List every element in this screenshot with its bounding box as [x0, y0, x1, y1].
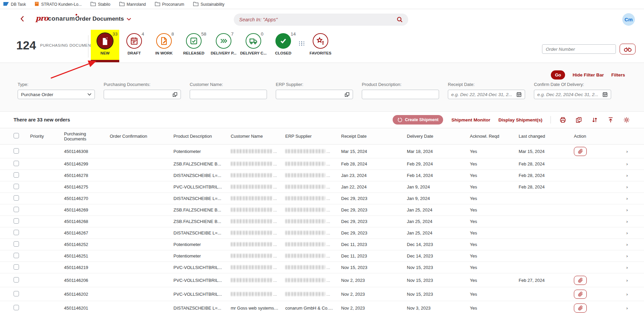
row-chevron-right-icon[interactable]: › [610, 287, 644, 301]
column-header-erp-supplier[interactable]: ERP Supplier [284, 128, 340, 144]
column-header-delivery-date[interactable]: Delivery Date [406, 128, 469, 144]
column-header-action[interactable]: Action [573, 128, 610, 144]
row-checkbox[interactable] [14, 161, 19, 166]
sort-icon[interactable] [591, 116, 599, 124]
filter-input-receipt-date[interactable]: e.g. Dec 22, 2024-Dec 31, 2... [448, 90, 525, 99]
table-row[interactable]: 4501146251Potentiometer ... ...Dec 11, 2… [0, 250, 644, 262]
bookmark-item[interactable]: Sustainability [193, 2, 225, 7]
display-shipments-link[interactable]: Display Shipment(s) [498, 117, 542, 122]
table-row[interactable]: 4501146252Potentiometer ... ...Dec 11, 2… [0, 239, 644, 250]
tab-drag-handle-icon[interactable] [298, 41, 306, 46]
scroll-to-top-icon[interactable] [607, 116, 615, 124]
select-chevron-icon[interactable] [87, 93, 91, 96]
value-help-icon[interactable] [345, 92, 350, 97]
row-checkbox[interactable] [14, 305, 19, 310]
row-chevron-right-icon[interactable]: › [610, 250, 644, 262]
row-checkbox[interactable] [14, 241, 19, 247]
status-tab-released[interactable]: 58RELEASED [179, 30, 209, 62]
row-checkbox[interactable] [14, 277, 19, 283]
calendar-icon[interactable] [602, 92, 608, 97]
row-chevron-right-icon[interactable]: › [610, 144, 644, 158]
column-header-last-changed[interactable]: Last changed [517, 128, 573, 144]
advanced-search-button[interactable] [620, 44, 636, 54]
shipment-monitor-link[interactable]: Shipment Monitor [451, 117, 490, 122]
table-row[interactable]: 4501146299ZSB.FALZSCHIENE B... ... ...Fe… [0, 158, 644, 170]
status-tab-in-work[interactable]: 8IN WORK [149, 30, 179, 62]
status-tab-draft[interactable]: 4DRAFT [119, 30, 149, 62]
settings-icon[interactable] [623, 116, 630, 124]
proconarum-logo[interactable]: proconarum [36, 14, 79, 22]
column-header-receipt-date[interactable]: Receipt Date [340, 128, 406, 144]
user-avatar[interactable]: Cm [622, 13, 635, 26]
row-checkbox[interactable] [14, 172, 19, 178]
status-tab-favorites[interactable]: FAVORITES [306, 30, 335, 62]
row-chevron-right-icon[interactable]: › [610, 301, 644, 314]
back-button[interactable] [20, 16, 24, 23]
select-all-checkbox[interactable] [14, 133, 19, 138]
bookmark-item[interactable]: Manroland [119, 2, 146, 7]
column-header-priority[interactable]: Priority [29, 128, 63, 144]
table-row[interactable]: 4501146270DISTANZSCHEIBE L=... ... ...De… [0, 193, 644, 204]
hide-filter-bar-link[interactable]: Hide Filter Bar [573, 72, 604, 77]
column-header-acknowl-reqd[interactable]: Acknowl. Reqd [469, 128, 517, 144]
row-chevron-right-icon[interactable]: › [610, 181, 644, 193]
status-tab-delivery-c[interactable]: 0DELIVERY C... [238, 30, 268, 62]
global-search-input[interactable] [239, 17, 397, 22]
print-icon[interactable] [559, 116, 567, 124]
table-row[interactable]: 4501146308Potentiometer ... ...Mar 15, 2… [0, 144, 644, 158]
column-header-order-confirmation[interactable]: Order Confirmation [108, 128, 172, 144]
row-chevron-right-icon[interactable]: › [610, 216, 644, 227]
calendar-icon[interactable] [516, 92, 522, 97]
row-chevron-right-icon[interactable]: › [610, 262, 644, 273]
status-tab-closed[interactable]: 14CLOSED [268, 30, 298, 62]
attachment-paperclip-icon[interactable] [574, 276, 587, 285]
global-search[interactable] [234, 14, 408, 26]
table-row[interactable]: 4501146267DISTANZSCHEIBE L=... ... ...De… [0, 227, 644, 239]
row-checkbox[interactable] [14, 148, 19, 154]
table-row[interactable]: 4501146269ZSB.FALZSCHIENE B... ... ...De… [0, 204, 644, 216]
attachment-paperclip-icon[interactable] [574, 290, 587, 299]
row-checkbox[interactable] [14, 264, 19, 270]
value-help-icon[interactable] [172, 92, 178, 97]
filter-input-type[interactable]: Purchase Order [18, 90, 95, 99]
table-row[interactable]: 4501146201DISTANZSCHEIBE L=...mr Goss we… [0, 301, 644, 314]
order-number-input[interactable] [542, 44, 616, 54]
status-tab-new[interactable]: 33NEW [91, 30, 119, 62]
filters-link[interactable]: Filters [611, 72, 625, 77]
row-chevron-right-icon[interactable]: › [610, 273, 644, 287]
table-row[interactable]: 4501146219PVC-VOLLSICHTBRIL... ... ...No… [0, 262, 644, 273]
filter-input-customer-name[interactable] [190, 90, 267, 99]
row-chevron-right-icon[interactable]: › [610, 193, 644, 204]
filter-input-confirm-date-of-delivery[interactable]: e.g. Dec 22, 2024-Dec 31, 2... [534, 90, 611, 99]
table-row[interactable]: 4501146268ZSB.FALZSCHIENE B... ... ...De… [0, 216, 644, 227]
table-row[interactable]: 4501146275PVC-VOLLSICHTBRIL... ... ...Ja… [0, 181, 644, 193]
row-chevron-right-icon[interactable]: › [610, 158, 644, 170]
table-row[interactable]: 4501146202PVC-VOLLSICHTBRIL... ... ...No… [0, 287, 644, 301]
filter-input-product-description[interactable] [362, 90, 439, 99]
column-header-purchasing-documents[interactable]: Purchasing Documents [63, 128, 108, 144]
search-icon[interactable] [397, 17, 403, 23]
row-checkbox[interactable] [14, 218, 19, 224]
bookmark-item[interactable]: DB Task [3, 2, 26, 7]
bookmark-item[interactable]: Proconarum [155, 2, 184, 7]
attachment-paperclip-icon[interactable] [574, 147, 587, 156]
row-checkbox[interactable] [14, 207, 19, 212]
filter-input-erp-supplier[interactable] [276, 90, 353, 99]
attachment-paperclip-icon[interactable] [574, 304, 587, 313]
row-checkbox[interactable] [14, 253, 19, 258]
filter-input-purchasing-documents[interactable] [104, 90, 181, 99]
go-button[interactable]: Go [551, 70, 565, 80]
table-row[interactable]: 4501146278DISTANZSCHEIBE L=... ... ...Ja… [0, 170, 644, 181]
create-shipment-button[interactable]: Create Shipment [393, 115, 443, 125]
page-title[interactable]: Order Documents [75, 16, 131, 22]
export-icon[interactable] [575, 116, 583, 124]
status-tab-delivery-p[interactable]: 7DELIVERY P... [209, 30, 238, 62]
table-row[interactable]: 4501146206PVC-VOLLSICHTBRIL... ... ...No… [0, 273, 644, 287]
row-chevron-right-icon[interactable]: › [610, 170, 644, 181]
column-header-customer-name[interactable]: Customer Name [229, 128, 284, 144]
row-checkbox[interactable] [14, 291, 19, 296]
row-chevron-right-icon[interactable]: › [610, 239, 644, 250]
row-chevron-right-icon[interactable]: › [610, 204, 644, 216]
row-checkbox[interactable] [14, 184, 19, 189]
bookmark-item[interactable]: STRATO Kunden-Lo... [35, 2, 82, 7]
